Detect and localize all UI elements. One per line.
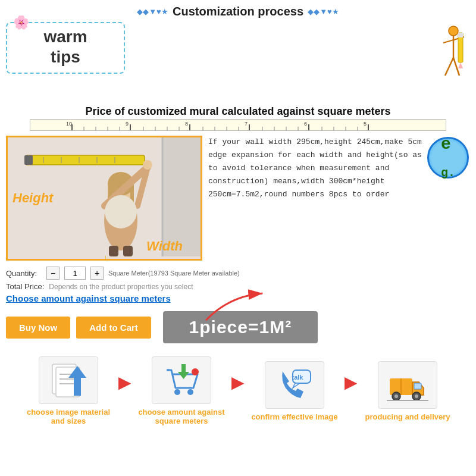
process-steps: choose image material and sizes ▶ choose… [0,350,476,430]
svg-point-60 [143,160,152,170]
truck-svg [387,365,428,404]
page-title: Customization process [173,5,303,18]
step-4: producing and delivery [360,361,455,421]
svg-text:8: 8 [185,121,188,127]
add-to-cart-button[interactable]: Add to Cart [76,317,151,339]
svg-rect-79 [414,383,421,389]
eg-badge: e g. [427,137,469,178]
svg-rect-7 [458,33,463,37]
svg-rect-62 [123,246,133,256]
step-3: talk confirm effective image [247,361,342,421]
deco-right-icon: ◆◆▼♥★ [303,7,339,16]
bottom-arrow-icon: ↓ [103,252,108,261]
svg-text:7: 7 [245,121,248,127]
step-2-label: choose amount against square meters [134,408,229,425]
quantity-increase-button[interactable]: + [90,267,104,280]
step-1-icon-box [39,356,98,404]
quantity-decrease-button[interactable]: − [46,267,60,280]
step-3-label: confirm effective image [251,412,337,421]
cart-svg [161,361,202,400]
svg-point-0 [449,26,458,36]
svg-marker-74 [178,364,189,379]
step-1-label: choose image material and sizes [21,408,116,425]
talk-svg: talk [274,365,315,404]
svg-point-72 [187,389,193,395]
ruler: 10 9 8 7 6 5 [30,119,446,131]
deco-left-icon: ◆◆▼♥★ [137,7,173,16]
pencil-illustration [411,22,464,102]
total-price-label: Total Price: [6,282,44,291]
svg-text:9: 9 [126,121,129,127]
header: ◆◆▼♥★ Customization process ◆◆▼♥★ [0,0,476,21]
flower-icon: 🌸 [13,15,29,30]
warm-tips-section: 🌸 warm tips [0,22,476,102]
svg-text:talk: talk [292,374,304,381]
svg-text:6: 6 [304,121,307,127]
buy-now-button[interactable]: Buy Now [6,317,70,339]
svg-marker-6 [458,62,463,68]
middle-section: ← [0,132,476,264]
step-3-icon-box: talk [265,361,324,409]
quantity-input[interactable] [64,267,86,280]
svg-text:10: 10 [66,121,72,127]
left-arrow-icon: ← [6,190,10,206]
height-label: Height [12,190,53,206]
checklist-svg [48,361,89,400]
warm-tips-box: 🌸 warm tips [6,22,125,74]
svg-point-73 [192,368,199,375]
svg-point-81 [394,394,398,398]
step-2-icon-box [152,356,211,404]
svg-rect-46 [24,155,33,165]
warm-tips-label: warm tips [15,27,115,67]
svg-line-3 [445,58,453,76]
total-price-value: Depends on the product properties you se… [49,283,193,291]
step-arrow-3: ▶ [342,372,360,392]
quantity-row: Quantity: − + Square Meter(19793 Square … [6,267,470,280]
price-title: Price of customized mural calculated aga… [0,102,476,118]
svg-text:5: 5 [364,121,367,127]
svg-point-59 [105,195,137,228]
step-4-icon-box [378,361,437,409]
choose-amount-text: Choose amount against square meters [6,293,171,303]
step-arrow-2: ▶ [229,372,247,392]
svg-point-83 [415,394,418,398]
step-2: choose amount against square meters [134,356,229,425]
svg-marker-76 [293,383,300,388]
step-1: choose image material and sizes [21,356,116,425]
quantity-label: Quantity: [6,269,42,278]
measurement-image: ← [6,136,202,261]
pencil-svg [411,22,464,99]
svg-rect-61 [109,246,118,256]
quantity-unit-info: Square Meter(19793 Square Meter availabl… [108,270,240,277]
example-text-area: e g. If your wall width 295cm,height 245… [208,136,470,201]
step-arrow-1: ▶ [116,372,134,392]
svg-point-71 [174,389,180,395]
step-4-label: producing and delivery [365,412,450,421]
ruler-svg: 10 9 8 7 6 5 [30,120,446,131]
width-label: Width [146,239,183,254]
